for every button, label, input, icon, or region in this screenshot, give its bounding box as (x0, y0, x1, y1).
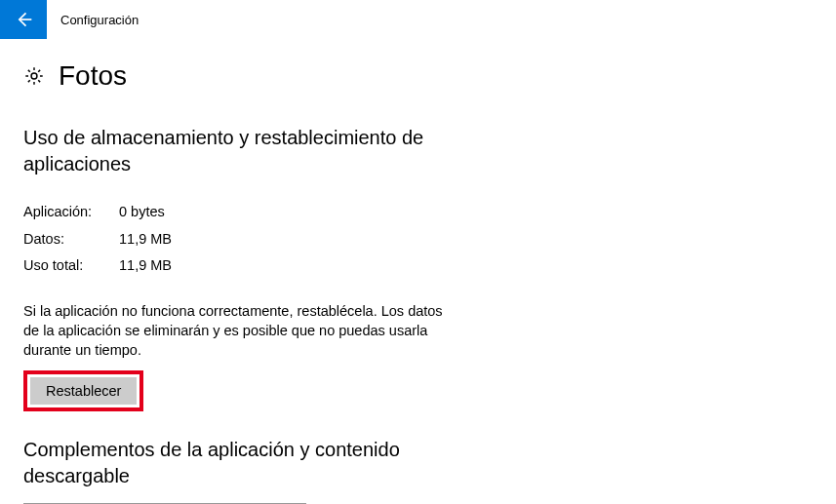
gear-icon (23, 65, 45, 87)
storage-data-value: 11,9 MB (119, 226, 172, 253)
page-title-row: Fotos (23, 60, 813, 92)
back-button[interactable] (0, 0, 47, 39)
table-row: Datos: 11,9 MB (23, 226, 813, 253)
storage-total-label: Uso total: (23, 252, 119, 280)
back-arrow-icon (14, 10, 33, 29)
reset-button[interactable]: Restablecer (30, 377, 137, 405)
reset-highlight-annotation: Restablecer (23, 370, 143, 411)
reset-description: Si la aplicación no funciona correctamen… (23, 301, 453, 361)
storage-app-label: Aplicación: (23, 199, 119, 226)
svg-point-0 (31, 73, 37, 79)
table-row: Aplicación: 0 bytes (23, 199, 813, 226)
window-header: Configuración (0, 0, 836, 39)
table-row: Uso total: 11,9 MB (23, 252, 813, 280)
addons-section-title: Complementos de la aplicación y contenid… (23, 437, 443, 489)
storage-total-value: 11,9 MB (119, 252, 172, 280)
page-title: Fotos (59, 60, 127, 92)
storage-data-label: Datos: (23, 226, 119, 253)
storage-info-table: Aplicación: 0 bytes Datos: 11,9 MB Uso t… (23, 199, 813, 280)
content-area: Fotos Uso de almacenamiento y restableci… (0, 39, 836, 504)
storage-section-title: Uso de almacenamiento y restablecimiento… (23, 125, 443, 177)
storage-app-value: 0 bytes (119, 199, 165, 226)
header-title: Configuración (60, 13, 139, 27)
